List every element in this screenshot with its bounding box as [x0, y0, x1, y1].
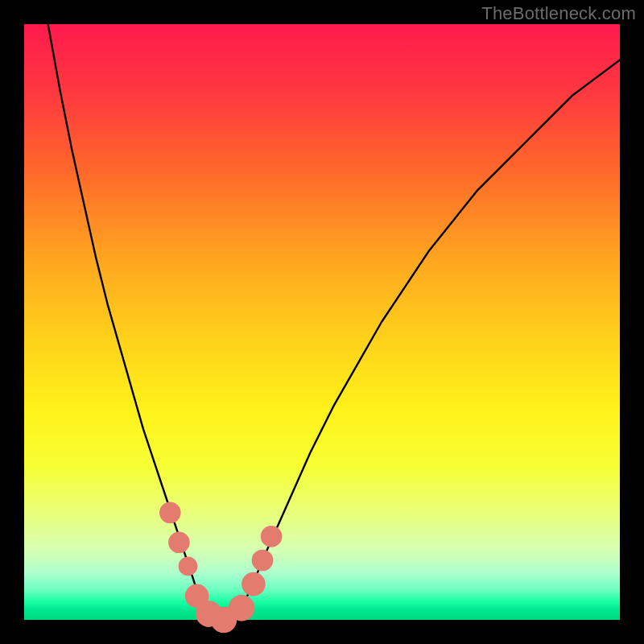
data-marker	[242, 572, 266, 597]
plot-area	[24, 24, 620, 620]
data-marker	[159, 502, 181, 523]
marker-group	[159, 502, 282, 633]
data-marker	[229, 595, 255, 621]
data-marker	[168, 531, 190, 553]
data-marker	[261, 526, 283, 547]
curve-svg	[24, 24, 620, 620]
bottleneck-curve	[48, 24, 620, 620]
watermark-text: TheBottleneck.com	[481, 3, 636, 24]
chart-frame: TheBottleneck.com	[0, 0, 644, 644]
curve-group	[48, 24, 620, 620]
data-marker	[252, 550, 274, 572]
data-marker	[179, 557, 198, 576]
